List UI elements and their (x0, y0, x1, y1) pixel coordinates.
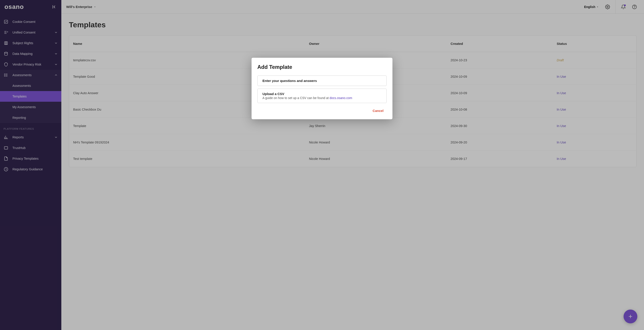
option-enter-questions[interactable]: Enter your questions and answers (257, 75, 387, 86)
option-subtitle: A guide on how to set up a CSV can be fo… (262, 96, 382, 100)
modal-actions: Cancel (257, 107, 387, 114)
option-title: Upload a CSV (262, 92, 382, 96)
modal-overlay[interactable]: Add Template Enter your questions and an… (0, 0, 644, 330)
add-template-modal: Add Template Enter your questions and an… (252, 58, 392, 119)
docs-link[interactable]: docs.osano.com (330, 96, 352, 100)
option-title: Enter your questions and answers (262, 79, 382, 83)
modal-title: Add Template (257, 64, 387, 70)
cancel-button[interactable]: Cancel (370, 107, 387, 114)
option-upload-csv[interactable]: Upload a CSV A guide on how to set up a … (257, 89, 387, 103)
